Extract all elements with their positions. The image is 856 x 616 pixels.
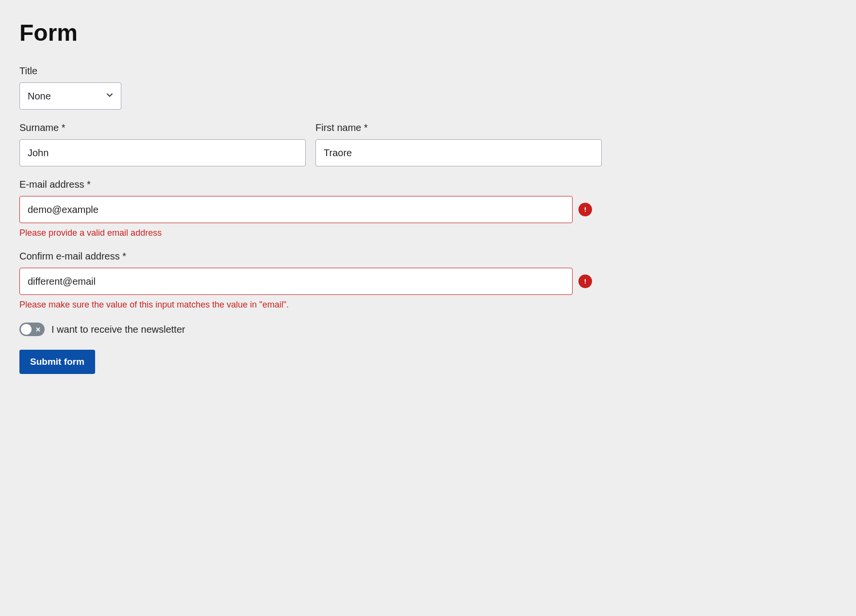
- surname-input[interactable]: [19, 139, 306, 166]
- svg-rect-1: [585, 207, 586, 210]
- newsletter-label: I want to receive the newsletter: [51, 324, 185, 335]
- title-field: Title None: [19, 65, 602, 110]
- toggle-knob: [21, 324, 32, 335]
- title-label: Title: [19, 65, 602, 77]
- page-title: Form: [19, 19, 602, 46]
- email-label: E-mail address *: [19, 179, 592, 190]
- svg-point-0: [585, 211, 586, 211]
- close-icon: ✕: [35, 326, 41, 333]
- firstname-field: First name *: [315, 122, 602, 166]
- submit-button[interactable]: Submit form: [19, 350, 95, 374]
- svg-point-2: [585, 282, 586, 283]
- firstname-label: First name *: [315, 122, 602, 133]
- error-icon: [578, 275, 592, 288]
- email-field: E-mail address * Please provide a valid …: [19, 179, 592, 238]
- confirm-email-label: Confirm e-mail address *: [19, 251, 592, 262]
- confirm-email-error-text: Please make sure the value of this input…: [19, 300, 592, 310]
- surname-label: Surname *: [19, 122, 306, 133]
- title-select[interactable]: None: [19, 82, 121, 110]
- confirm-email-field: Confirm e-mail address * Please make sur…: [19, 251, 592, 310]
- email-error-text: Please provide a valid email address: [19, 228, 592, 238]
- surname-field: Surname *: [19, 122, 306, 166]
- newsletter-toggle[interactable]: ✕: [19, 323, 45, 336]
- confirm-email-input[interactable]: [19, 268, 573, 295]
- error-icon: [578, 203, 592, 216]
- firstname-input[interactable]: [315, 139, 602, 166]
- svg-rect-3: [585, 279, 586, 282]
- email-input[interactable]: [19, 196, 573, 223]
- newsletter-row: ✕ I want to receive the newsletter: [19, 323, 602, 336]
